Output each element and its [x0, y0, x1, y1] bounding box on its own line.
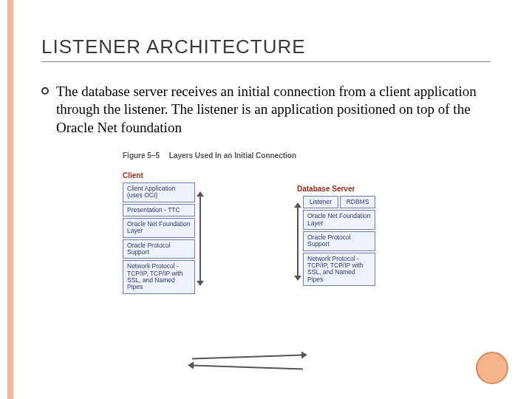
arrow-right-icon	[192, 354, 303, 359]
figure-caption: Figure 5–5 Layers Used In an Initial Con…	[123, 151, 491, 160]
accent-bar	[7, 0, 13, 399]
server-layer: Network Protocol - TCP/IP, TCP/IP with S…	[303, 253, 375, 286]
server-stack-row: Listener RDBMS Oracle Net Foundation Lay…	[297, 196, 375, 287]
client-column: Client Client Application (uses OCI) Pre…	[123, 171, 201, 296]
server-label: Database Server	[297, 185, 375, 193]
server-stack: Listener RDBMS Oracle Net Foundation Lay…	[303, 196, 375, 287]
figure-caption-text: Layers Used In an Initial Connection	[169, 151, 296, 160]
decorative-circle-icon	[476, 352, 508, 384]
client-stack: Client Application (uses OCI) Presentati…	[123, 183, 195, 296]
body-text: The database server receives an initial …	[56, 83, 491, 137]
slide-content: LISTENER ARCHITECTURE The database serve…	[0, 0, 532, 296]
server-rdbms-box: RDBMS	[340, 196, 375, 208]
client-label: Client	[123, 171, 201, 180]
client-layer: Oracle Protocol Support	[123, 239, 195, 259]
figure: Figure 5–5 Layers Used In an Initial Con…	[123, 151, 491, 296]
arrow-left-icon	[192, 364, 303, 369]
server-listener-box: Listener	[303, 196, 338, 208]
figure-body: Client Client Application (uses OCI) Pre…	[123, 171, 491, 296]
figure-number: Figure 5–5	[123, 151, 160, 160]
body-bullet-row: The database server receives an initial …	[41, 83, 491, 137]
client-layer: Oracle Net Foundation Layer	[123, 218, 195, 238]
client-layer: Network Protocol - TCP/IP, TCP/IP with S…	[123, 260, 195, 293]
bullet-icon	[41, 87, 49, 95]
vertical-arrow-icon	[200, 195, 201, 282]
client-layer: Client Application (uses OCI)	[123, 183, 195, 202]
server-top-row: Listener RDBMS	[303, 196, 375, 208]
server-layer: Oracle Net Foundation Layer	[303, 210, 375, 230]
server-layer: Oracle Protocol Support	[303, 231, 375, 251]
vertical-arrow-icon	[297, 206, 299, 277]
horizontal-arrows	[192, 355, 325, 377]
server-column: Database Server Listener RDBMS Oracle Ne…	[297, 185, 375, 287]
client-stack-row: Client Application (uses OCI) Presentati…	[123, 183, 201, 296]
client-layer: Presentation - TTC	[123, 204, 195, 216]
slide-title: LISTENER ARCHITECTURE	[41, 35, 491, 62]
